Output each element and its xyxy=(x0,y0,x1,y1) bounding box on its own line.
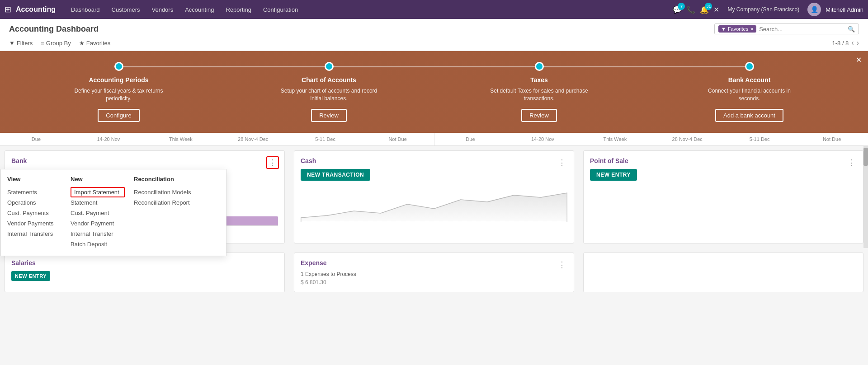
new-cust-payment-item[interactable]: Cust. Payment xyxy=(71,208,125,218)
expense-card-menu-button[interactable]: ⋮ xyxy=(556,258,568,271)
configure-button[interactable]: Configure xyxy=(98,109,139,122)
date-28nov-4dec-2: 28 Nov-4 Dec xyxy=(651,135,723,143)
view-cust-payments-item[interactable]: Cust. Payments xyxy=(7,208,61,218)
dropdown-reconciliation-column: Reconciliation Reconciliation Models Rec… xyxy=(134,176,191,249)
empty-card xyxy=(583,253,863,292)
phone-icon[interactable]: 📞 xyxy=(686,5,695,14)
new-transaction-button[interactable]: NEW TRANSACTION xyxy=(301,169,370,181)
nav-customers[interactable]: Customers xyxy=(106,4,146,16)
dropdown-new-column: New Import Statement Statement Cust. Pay… xyxy=(71,176,125,249)
new-internal-transfer-item[interactable]: Internal Transfer xyxy=(71,229,125,239)
bank-card: Bank ⋮ RECONCILI... Online Sync... Creat… xyxy=(5,150,285,243)
groupby-button[interactable]: ≡ Group By xyxy=(41,40,71,47)
view-vendor-payments-item[interactable]: Vendor Payments xyxy=(7,218,61,229)
chat-icon[interactable]: 💬 7 xyxy=(673,5,682,14)
bank-card-title: Bank xyxy=(11,157,278,164)
step-title-2: Chart of Accounts xyxy=(302,76,356,84)
nav-reporting[interactable]: Reporting xyxy=(221,4,257,16)
review-button-2[interactable]: Review xyxy=(521,109,557,122)
favorites-star-icon: ★ xyxy=(79,40,85,47)
date-bar-section-1: Due 14-20 Nov This Week 28 Nov-4 Dec 5-1… xyxy=(0,133,434,145)
top-navigation: ⊞ Accounting Dashboard Customers Vendors… xyxy=(0,0,868,19)
step-desc-3: Set default Taxes for sales and purchase… xyxy=(490,87,589,103)
date-5-11-dec-2: 5-11 Dec xyxy=(723,135,796,143)
app-brand: Accounting xyxy=(16,5,56,14)
nav-vendors[interactable]: Vendors xyxy=(146,4,179,16)
expense-card: Expense ⋮ 1 Expenses to Process $ 6,801.… xyxy=(294,253,574,292)
date-28nov-4dec-1: 28 Nov-4 Dec xyxy=(217,135,289,143)
setup-progress-line xyxy=(114,66,754,67)
company-name: My Company (San Francisco) xyxy=(727,6,799,13)
dropdown-reconciliation-title: Reconciliation xyxy=(134,176,191,182)
step-taxes: Taxes Set default Taxes for sales and pu… xyxy=(490,62,589,122)
reconciliation-models-item[interactable]: Reconciliation Models xyxy=(134,187,191,197)
filters-button[interactable]: ▼ Filters xyxy=(9,40,33,47)
add-bank-account-button[interactable]: Add a bank account xyxy=(715,109,783,122)
salaries-new-entry-button[interactable]: NEW ENTRY xyxy=(11,271,50,281)
step-dot-3 xyxy=(535,62,544,71)
bank-dropdown-menu: View Statements Operations Cust. Payment… xyxy=(0,169,226,256)
date-not-due-1: Not Due xyxy=(362,135,434,143)
dashboard-cards: Bank ⋮ RECONCILI... Online Sync... Creat… xyxy=(0,146,868,248)
reconciliation-report-item[interactable]: Reconciliation Report xyxy=(134,197,191,208)
step-dot-1 xyxy=(114,62,123,71)
date-due-1: Due xyxy=(0,135,72,143)
expense-process-label: 1 Expenses to Process xyxy=(301,271,567,277)
new-batch-deposit-item[interactable]: Batch Deposit xyxy=(71,239,125,249)
nav-configuration[interactable]: Configuration xyxy=(258,4,303,16)
salaries-card-title: Salaries xyxy=(11,259,278,267)
date-bar: Due 14-20 Nov This Week 28 Nov-4 Dec 5-1… xyxy=(0,133,868,146)
avatar[interactable]: 👤 xyxy=(807,3,821,16)
cash-mini-chart xyxy=(301,186,567,222)
date-this-week-1: This Week xyxy=(145,135,217,143)
favorites-tag-close[interactable]: ✕ xyxy=(750,27,754,32)
step-title-3: Taxes xyxy=(530,76,548,84)
new-entry-button[interactable]: NEW ENTRY xyxy=(590,169,637,181)
pagination: 1-8 / 8 ‹ › xyxy=(832,39,859,47)
review-button-1[interactable]: Review xyxy=(311,109,347,122)
view-internal-transfers-item[interactable]: Internal Transfers xyxy=(7,229,61,239)
pos-card-menu-button[interactable]: ⋮ xyxy=(845,156,858,169)
step-title-1: Accounting Periods xyxy=(89,76,148,84)
view-statements-item[interactable]: Statements xyxy=(7,187,61,197)
step-chart-of-accounts: Chart of Accounts Setup your chart of ac… xyxy=(279,62,379,122)
dropdown-view-column: View Statements Operations Cust. Payment… xyxy=(7,176,61,249)
banner-close-button[interactable]: ✕ xyxy=(856,56,862,64)
next-page-button[interactable]: › xyxy=(857,39,859,47)
new-vendor-payment-item[interactable]: Vendor Payment xyxy=(71,218,125,229)
dropdown-new-title: New xyxy=(71,176,125,182)
chat-badge: 7 xyxy=(678,3,685,10)
header-row2: ▼ Filters ≡ Group By ★ Favorites 1-8 / 8… xyxy=(9,37,859,51)
cash-card-menu-button[interactable]: ⋮ xyxy=(556,156,568,169)
apps-menu-icon[interactable]: ⊞ xyxy=(5,5,11,14)
salaries-card: Salaries NEW ENTRY xyxy=(5,253,285,292)
date-not-due-2: Not Due xyxy=(796,135,868,143)
new-import-statement-item[interactable]: Import Statement xyxy=(71,187,125,197)
filters-label: Filters xyxy=(17,40,33,47)
view-operations-item[interactable]: Operations xyxy=(7,197,61,208)
step-dot-2 xyxy=(325,62,334,71)
search-icon[interactable]: 🔍 xyxy=(848,26,855,33)
username: Mitchell Admin xyxy=(826,6,863,13)
favorites-tag-label: Favorites xyxy=(728,26,748,32)
cash-card-title: Cash xyxy=(301,157,567,164)
activity-badge: 31 xyxy=(705,3,712,10)
activity-icon[interactable]: 🔔 31 xyxy=(700,5,709,14)
search-input[interactable] xyxy=(756,26,848,33)
setup-banner: ✕ Accounting Periods Define your fiscal … xyxy=(0,51,868,133)
step-desc-4: Connect your financial accounts in secon… xyxy=(700,87,799,103)
date-5-11-dec-1: 5-11 Dec xyxy=(289,135,362,143)
date-due-2: Due xyxy=(434,135,507,143)
close-icon[interactable]: ✕ xyxy=(713,5,719,14)
scroll-thumb[interactable] xyxy=(863,148,868,166)
nav-dashboard[interactable]: Dashboard xyxy=(66,4,105,16)
bank-card-menu-button[interactable]: ⋮ xyxy=(266,156,279,169)
step-title-4: Bank Account xyxy=(728,76,771,84)
prev-page-button[interactable]: ‹ xyxy=(851,39,854,47)
favorites-nav-button[interactable]: ★ Favorites xyxy=(79,40,110,47)
pos-card: Point of Sale ⋮ NEW ENTRY xyxy=(583,150,863,243)
favorites-nav-label: Favorites xyxy=(86,40,110,47)
nav-accounting[interactable]: Accounting xyxy=(179,4,219,16)
scrollbar[interactable] xyxy=(863,146,868,248)
new-statement-item[interactable]: Statement xyxy=(71,197,125,208)
